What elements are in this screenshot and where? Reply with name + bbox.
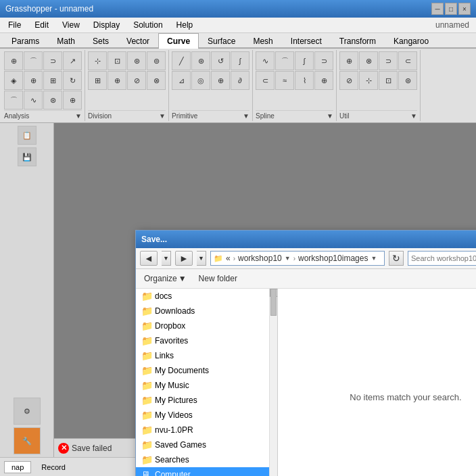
spline-icon-8[interactable]: ⊕ [314,71,333,90]
spline-label[interactable]: Spline ▼ [256,110,333,121]
tree-item-nvu[interactable]: 📁 nvu-1.0PR [136,423,269,437]
tool-icon-12[interactable]: ⊕ [63,91,82,110]
tool-icon-2[interactable]: ⌒ [24,51,43,70]
prim-icon-1[interactable]: ╱ [172,51,191,70]
spline-icon-7[interactable]: ⌇ [295,71,314,90]
menu-edit[interactable]: Edit [29,19,54,31]
tree-item-computer[interactable]: 🖥 Computer [136,467,269,476]
div-icon-3[interactable]: ⊛ [127,51,146,70]
primitive-label[interactable]: Primitive ▼ [172,110,249,121]
tree-item-mymusic[interactable]: 📁 My Music [136,378,269,393]
tab-math[interactable]: Math [48,33,84,49]
tool-icon-11[interactable]: ⊛ [43,91,62,110]
tree-item-downloads[interactable]: 📁 Downloads [136,304,269,318]
new-folder-button[interactable]: New folder [195,272,241,285]
tool-icon-7[interactable]: ⊞ [43,71,62,90]
tab-params[interactable]: Params [3,33,48,49]
nav-forward-button[interactable]: ► [175,251,193,266]
util-icon-6[interactable]: ⊹ [359,71,378,90]
util-icon-1[interactable]: ⊕ [339,51,358,70]
tree-scrollbar[interactable]: ▲ ▼ [269,289,277,476]
prim-icon-2[interactable]: ⊛ [191,51,210,70]
prim-icon-6[interactable]: ◎ [191,71,210,90]
tool-icon-1[interactable]: ⊕ [4,51,23,70]
tab-curve[interactable]: Curve [158,33,199,49]
util-icon-5[interactable]: ⊘ [339,71,358,90]
scroll-thumb[interactable] [270,289,277,316]
tree-item-savedgames[interactable]: 📁 Saved Games [136,437,269,452]
prim-icon-7[interactable]: ⊕ [211,71,230,90]
util-icon-8[interactable]: ⊛ [398,71,417,90]
div-icon-2[interactable]: ⊡ [108,51,126,70]
tool-icon-3[interactable]: ⊃ [43,51,62,70]
search-bar[interactable]: 🔍 [408,251,476,266]
prim-icon-4[interactable]: ∫ [231,51,249,70]
div-icon-6[interactable]: ⊕ [108,71,126,90]
tree-item-links[interactable]: 📁 Links [136,348,269,363]
nav-back-dropdown[interactable]: ▼ [162,251,171,266]
prim-icon-3[interactable]: ↺ [211,51,230,70]
util-icon-7[interactable]: ⊡ [379,71,398,90]
div-icon-5[interactable]: ⊞ [88,71,107,90]
maximize-button[interactable]: □ [445,3,457,15]
tool-icon-5[interactable]: ◈ [4,71,23,90]
spline-icon-2[interactable]: ⌒ [275,51,294,70]
spline-icon-1[interactable]: ∿ [256,51,275,70]
tree-item-docs[interactable]: 📁 docs [136,289,269,304]
bottom-tab-nap[interactable]: nap [4,461,31,473]
prim-icon-5[interactable]: ⊿ [172,71,191,90]
nav-fwd-dropdown[interactable]: ▼ [197,251,206,266]
bottom-tab-record[interactable]: Record [34,461,72,473]
div-icon-7[interactable]: ⊘ [127,71,146,90]
nav-refresh-button[interactable]: ↻ [389,251,404,266]
tool-icon-8[interactable]: ↻ [63,71,82,90]
sidebar-icon-2[interactable]: 💾 [18,147,37,166]
tree-item-mydocs[interactable]: 📁 My Documents [136,363,269,378]
menu-display[interactable]: Display [88,19,125,31]
spline-icon-6[interactable]: ≈ [275,71,294,90]
tool-icon-10[interactable]: ∿ [24,91,43,110]
division-label[interactable]: Division ▼ [88,110,166,121]
prim-icon-8[interactable]: ∂ [231,71,249,90]
div-icon-4[interactable]: ⊚ [147,51,166,70]
util-icon-2[interactable]: ⊗ [359,51,378,70]
sidebar-icon-1[interactable]: 📋 [18,126,37,145]
util-label[interactable]: Util ▼ [339,110,417,121]
menu-file[interactable]: File [3,19,26,31]
util-icon-3[interactable]: ⊃ [379,51,398,70]
minimize-button[interactable]: ─ [431,3,444,15]
tab-intersect[interactable]: Intersect [282,33,331,49]
tool-icon-9[interactable]: ⌒ [4,91,23,110]
div-icon-1[interactable]: ⊹ [88,51,107,70]
tree-item-searches[interactable]: 📁 Searches [136,452,269,467]
analysis-label[interactable]: Analysis ▼ [4,110,82,121]
tree-item-myvideos[interactable]: 📁 My Videos [136,408,269,423]
tab-vector[interactable]: Vector [118,33,158,49]
tab-surface[interactable]: Surface [199,33,244,49]
tool-icon-6[interactable]: ⊕ [24,71,43,90]
menu-solution[interactable]: Solution [128,19,168,31]
nav-back-button[interactable]: ◄ [140,251,158,266]
tree-item-favorites[interactable]: 📁 Favorites [136,333,269,348]
div-icon-8[interactable]: ⊗ [147,71,166,90]
spline-icon-3[interactable]: ∫ [295,51,314,70]
search-input[interactable] [411,254,476,262]
menu-help[interactable]: Help [171,19,199,31]
tab-sets[interactable]: Sets [84,33,118,49]
tab-kangaroo[interactable]: Kangaroo [385,33,437,49]
folder-tree[interactable]: 📁 docs 📁 Downloads 📁 Dropbox 📁 [136,289,278,476]
tab-transform[interactable]: Transform [331,33,385,49]
organize-button[interactable]: Organize ▼ [141,272,189,285]
util-icon-4[interactable]: ⊂ [398,51,417,70]
sidebar-icon-3[interactable]: ⚙ [14,398,41,425]
close-button[interactable]: × [458,3,471,15]
spline-icon-4[interactable]: ⊃ [314,51,333,70]
tree-item-mypics[interactable]: 📁 My Pictures [136,393,269,408]
sidebar-icon-4[interactable]: 🔧 [14,427,41,454]
menu-view[interactable]: View [57,19,85,31]
spline-icon-5[interactable]: ⊂ [256,71,275,90]
tool-icon-4[interactable]: ↗ [63,51,82,70]
tab-mesh[interactable]: Mesh [244,33,281,49]
tree-item-dropbox[interactable]: 📁 Dropbox [136,318,269,333]
address-bar[interactable]: 📁 « › workshop10 ▼ › workshop10images ▼ [210,251,385,266]
